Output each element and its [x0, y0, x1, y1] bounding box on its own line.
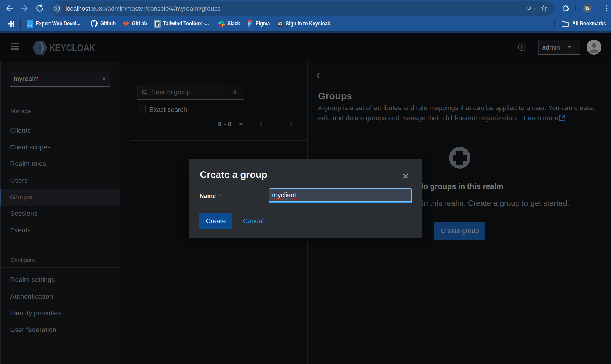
- svg-text:?: ?: [520, 45, 523, 50]
